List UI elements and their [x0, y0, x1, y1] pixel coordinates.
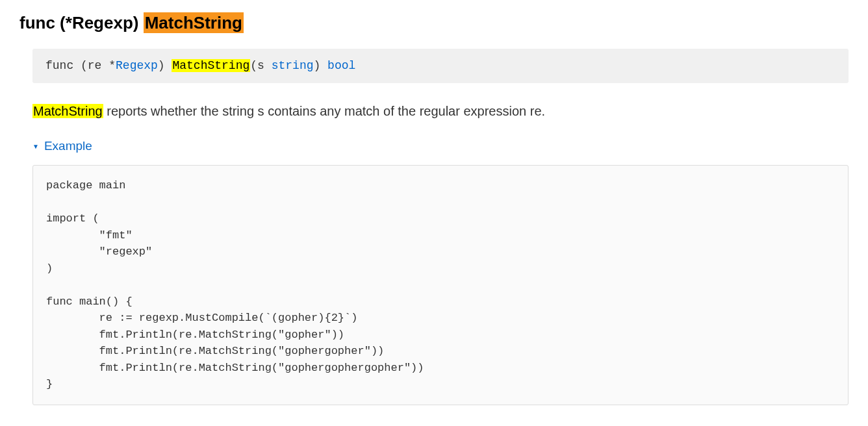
sig-param-type[interactable]: string — [272, 59, 314, 72]
sig-receiver-type[interactable]: Regexp — [116, 59, 158, 72]
sig-return-type[interactable]: bool — [327, 59, 355, 72]
sig-params-open: (s — [250, 59, 271, 72]
example-code-block: package main import ( "fmt" "regexp" ) f… — [32, 165, 849, 405]
function-heading: func (*Regexp) MatchString — [19, 13, 849, 33]
sig-receiver-close: ) — [158, 59, 172, 72]
heading-method-name: MatchString — [144, 12, 244, 33]
heading-prefix: func (*Regexp) — [19, 13, 144, 32]
desc-text: reports whether the string s contains an… — [103, 104, 545, 118]
function-signature: func (re *Regexp) MatchString(s string) … — [32, 49, 849, 83]
sig-receiver-open: (re * — [73, 59, 116, 72]
sig-func-keyword: func — [45, 59, 73, 72]
desc-method-name: MatchString — [32, 104, 103, 118]
sig-method-name: MatchString — [172, 59, 250, 72]
function-description: MatchString reports whether the string s… — [32, 101, 849, 121]
example-toggle[interactable]: ▼ Example — [32, 139, 92, 153]
example-label: Example — [44, 139, 92, 153]
triangle-down-icon: ▼ — [32, 143, 39, 150]
sig-params-close: ) — [314, 59, 328, 72]
